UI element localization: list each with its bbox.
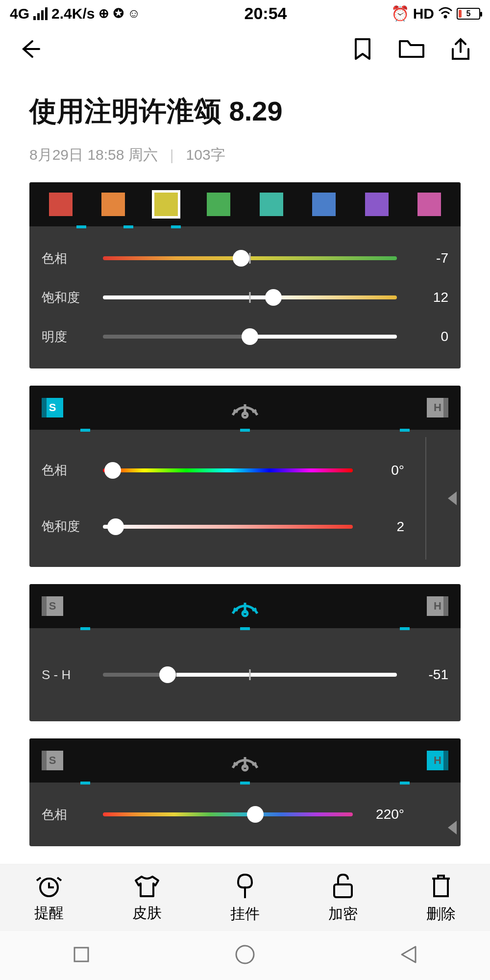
sh-panel-s: S H 色相 0° 饱和度 2 xyxy=(29,386,461,567)
color-swatch[interactable] xyxy=(49,193,73,216)
color-swatch[interactable] xyxy=(207,193,230,216)
hue-label: 色相 xyxy=(42,806,91,823)
color-swatch[interactable] xyxy=(365,193,389,216)
lightness-label: 明度 xyxy=(42,328,91,345)
battery-indicator: 5 xyxy=(457,8,480,20)
bookmark-button[interactable] xyxy=(348,34,377,64)
recent-apps-button[interactable] xyxy=(72,945,91,966)
widget-button[interactable]: 挂件 xyxy=(230,873,260,924)
color-swatch[interactable] xyxy=(154,193,178,216)
color-swatch[interactable] xyxy=(101,193,125,216)
saturation-slider[interactable] xyxy=(103,525,353,529)
back-button[interactable] xyxy=(15,34,44,64)
clock: 20:54 xyxy=(140,4,391,23)
sh-slider[interactable] xyxy=(103,673,397,677)
lightness-value: 0 xyxy=(409,329,448,344)
svg-point-0 xyxy=(444,16,446,18)
hue-value: -7 xyxy=(409,250,448,266)
color-panel: 色相 -7 饱和度 12 明度 0 xyxy=(29,182,461,368)
alarm-icon: ⏰ xyxy=(391,5,409,22)
color-swatch[interactable] xyxy=(260,193,283,216)
app-header xyxy=(0,27,490,71)
h-badge[interactable]: H xyxy=(427,398,448,417)
hue-label: 色相 xyxy=(42,462,91,479)
hue-slider[interactable] xyxy=(103,468,353,472)
hue-value: 0° xyxy=(365,463,404,478)
sh-value: -51 xyxy=(409,667,448,683)
folder-button[interactable] xyxy=(397,34,426,64)
lock-button[interactable]: 加密 xyxy=(328,873,358,924)
saturation-label: 饱和度 xyxy=(42,518,91,535)
expand-handle[interactable] xyxy=(448,491,457,505)
expand-handle[interactable] xyxy=(448,821,457,834)
hue-value: 220° xyxy=(365,807,404,822)
sh-label: S - H xyxy=(42,667,91,683)
network-indicator: 4G xyxy=(10,5,29,22)
note-toolbar: 提醒 皮肤 挂件 加密 删除 xyxy=(0,864,490,932)
note-meta: 8月29日 18:58 周六 | 103字 xyxy=(0,135,490,182)
color-swatch[interactable] xyxy=(417,193,441,216)
h-badge[interactable]: H xyxy=(427,751,448,770)
status-icons: ⊕ ✪ ☺ xyxy=(98,6,140,21)
android-navbar xyxy=(0,931,490,980)
saturation-value: 12 xyxy=(409,290,448,305)
status-bar: 4G 2.4K/s ⊕ ✪ ☺ 20:54 ⏰ HD 5 xyxy=(0,0,490,27)
note-word-count: 103字 xyxy=(186,145,225,165)
svg-point-16 xyxy=(236,946,254,963)
wifi-icon xyxy=(438,5,453,22)
svg-rect-15 xyxy=(74,948,88,961)
hue-slider[interactable] xyxy=(103,812,353,816)
hue-label: 色相 xyxy=(42,250,91,267)
svg-rect-14 xyxy=(334,884,352,897)
note-title: 使用注明许淮颂 8.29 xyxy=(0,71,490,135)
sh-balance-panel: S H S - H -51 xyxy=(29,584,461,721)
hd-indicator: HD xyxy=(413,5,434,22)
sh-panel-h: S H 色相 220° xyxy=(29,738,461,846)
saturation-value: 2 xyxy=(365,519,404,535)
hue-slider[interactable] xyxy=(103,256,397,260)
h-badge[interactable]: H xyxy=(427,596,448,616)
signal-icon xyxy=(33,7,48,20)
data-speed: 2.4K/s xyxy=(51,5,95,22)
home-button[interactable] xyxy=(234,944,256,967)
remind-button[interactable]: 提醒 xyxy=(34,874,64,923)
color-swatch[interactable] xyxy=(312,193,336,216)
note-date: 8月29日 18:58 周六 xyxy=(29,145,158,165)
share-button[interactable] xyxy=(446,34,475,64)
saturation-slider[interactable] xyxy=(103,295,397,299)
skin-button[interactable]: 皮肤 xyxy=(132,874,162,923)
back-nav-button[interactable] xyxy=(399,945,418,966)
lightness-slider[interactable] xyxy=(103,335,397,339)
saturation-label: 饱和度 xyxy=(42,289,91,306)
delete-button[interactable]: 删除 xyxy=(426,873,456,924)
